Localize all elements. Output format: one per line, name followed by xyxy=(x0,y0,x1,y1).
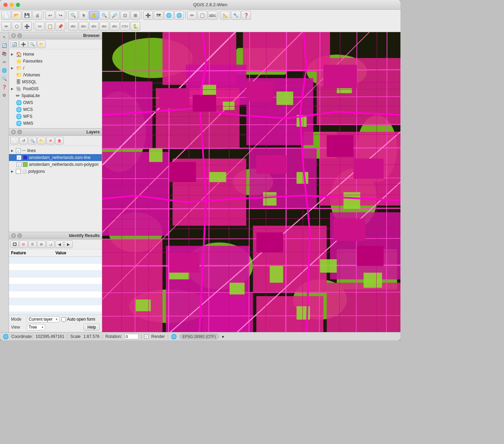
browser-item-postgis[interactable]: ▶ 🐘 PostGIS xyxy=(9,85,102,92)
layers-close-button[interactable]: ✕ xyxy=(11,130,16,134)
side-icon-query[interactable]: ❓ xyxy=(1,83,8,91)
browser-item-ows[interactable]: 🌐 OWS xyxy=(9,99,102,106)
print-button[interactable]: 🖨 xyxy=(32,11,42,20)
digitize-button[interactable]: ✏ xyxy=(1,22,11,31)
add-wfs-button[interactable]: 🌐 xyxy=(174,11,184,20)
side-icon-edit[interactable]: ✏ xyxy=(1,58,8,66)
redo-button[interactable]: ↪ xyxy=(56,11,65,20)
layers-toolbar: 📄 ↺ 🔍 📁 ✕ 🗑 xyxy=(9,136,102,146)
side-icon-refresh[interactable]: 🔄 xyxy=(1,42,8,49)
browser-item-root[interactable]: ▶ 📁 / xyxy=(9,65,102,72)
render-checkbox[interactable]: ✓ xyxy=(144,334,148,339)
layers-add-button[interactable]: 📄 xyxy=(10,137,19,144)
select-button[interactable]: 🖱 xyxy=(79,11,88,20)
browser-item-wfs[interactable]: 🌐 WFS xyxy=(9,113,102,120)
browser-collapse-button[interactable]: 📁 xyxy=(37,40,46,48)
browser-filter-button[interactable]: 🔍 xyxy=(28,40,37,48)
label-button[interactable]: abc xyxy=(208,11,217,20)
minimize-button[interactable] xyxy=(10,3,14,7)
help-button[interactable]: ❓ xyxy=(241,11,251,20)
layer-item-osm-polygon[interactable]: ✓ amsterdam_netherlands.osm-polygon xyxy=(9,161,102,168)
browser-item-wms[interactable]: 🌐 WMS xyxy=(9,120,102,127)
browser-item-wcs[interactable]: 🌐 WCS xyxy=(9,106,102,113)
polygons-group-checkbox[interactable] xyxy=(16,169,21,174)
maximize-button[interactable] xyxy=(16,3,20,7)
side-icon-globe[interactable]: 🌐 xyxy=(1,67,8,74)
auto-open-checkbox[interactable] xyxy=(61,317,66,322)
layers-close-all-button[interactable]: ✕ xyxy=(46,137,55,144)
identify-mode-select[interactable]: Current layer Top down All layers xyxy=(27,316,59,322)
edit-button[interactable]: ✏ xyxy=(187,11,197,20)
save-project-button[interactable]: 💾 xyxy=(22,11,32,20)
label-pin-button[interactable]: abc xyxy=(99,22,109,31)
open-project-button[interactable]: 📂 xyxy=(12,11,21,20)
zoom-layer-button[interactable]: ⊞ xyxy=(130,11,140,20)
add-vector-button[interactable]: ➕ xyxy=(143,11,153,20)
crs-badge[interactable]: EPSG:28992 (OTF) xyxy=(180,334,219,339)
side-icon-layers[interactable]: 📚 xyxy=(1,50,8,58)
identify-button[interactable]: 🔍 xyxy=(68,11,78,20)
browser-float-button[interactable]: ○ xyxy=(17,33,22,38)
label-move-button[interactable]: abc xyxy=(79,22,88,31)
browser-item-volumes[interactable]: 📁 /Volumes xyxy=(9,72,102,78)
identify-collapse-button[interactable]: ⊟ xyxy=(19,240,28,248)
zoom-in-button[interactable]: 🔍 xyxy=(99,11,109,20)
add-raster-button[interactable]: 🗺 xyxy=(154,11,163,20)
paste-button[interactable]: 📌 xyxy=(56,22,65,31)
identify-float-button[interactable]: ○ xyxy=(17,233,22,238)
add-feature-button[interactable]: ➕ xyxy=(22,22,32,31)
identify-next-button[interactable]: ▶ xyxy=(64,240,72,248)
identify-help-button[interactable]: Help xyxy=(84,324,100,331)
label-show-button[interactable]: abc xyxy=(110,22,119,31)
svg-rect-94 xyxy=(246,82,273,102)
label-rotate-button[interactable]: abc xyxy=(89,22,99,31)
add-wms-button[interactable]: 🌐 xyxy=(164,11,174,20)
identify-view-select[interactable]: Tree Table xyxy=(27,324,45,330)
layer-item-osm-line[interactable]: ✓ amsterdam_netherlands.osm-line xyxy=(9,154,102,161)
browser-item-mssql[interactable]: 🗄 MSSQL xyxy=(9,78,102,85)
browser-item-spatialite[interactable]: ✏ SpatiaLite xyxy=(9,92,102,99)
browser-refresh-button[interactable]: 🔄 xyxy=(10,40,19,48)
lines-group-checkbox[interactable]: ✓ xyxy=(16,148,21,153)
identify-expand-button[interactable]: 🔲 xyxy=(10,240,19,248)
layer-item-polygons-group[interactable]: ▶ ⬜ polygons xyxy=(9,168,102,175)
python-button[interactable]: 🐍 xyxy=(130,22,140,31)
layers-remove-button[interactable]: ↺ xyxy=(19,137,28,144)
identify-list-button[interactable]: ☰ xyxy=(28,240,37,248)
browser-item-home[interactable]: ▶ 🏠 Home xyxy=(9,51,102,58)
layer-item-lines-group[interactable]: ▶ ✓ 〰 lines xyxy=(9,147,102,154)
identify-table-button[interactable]: ⊞ xyxy=(37,240,46,248)
browser-close-button[interactable]: ✕ xyxy=(11,33,16,38)
copy-button[interactable]: 📋 xyxy=(45,22,55,31)
pan-button[interactable]: ✋ xyxy=(89,11,99,20)
layers-open-button[interactable]: 📁 xyxy=(37,137,46,144)
new-project-button[interactable]: 📄 xyxy=(1,11,11,20)
browser-item-favourites[interactable]: ⭐ Favourites xyxy=(9,58,102,65)
side-icon-pointer[interactable]: ↖ xyxy=(1,34,8,41)
side-icon-identify[interactable]: 🔍 xyxy=(1,75,8,83)
undo-button[interactable]: ↩ xyxy=(45,11,55,20)
identify-prev-button[interactable]: ◀ xyxy=(55,240,64,248)
map-area[interactable] xyxy=(102,32,400,332)
identify-close-button[interactable]: ✕ xyxy=(11,233,16,238)
browser-add-button[interactable]: ➕ xyxy=(19,40,28,48)
csv-button[interactable]: CSV xyxy=(120,22,130,31)
zoom-extent-button[interactable]: ⊡ xyxy=(120,11,130,20)
zoom-out-button[interactable]: 🔎 xyxy=(110,11,119,20)
cut-button[interactable]: ✂ xyxy=(35,22,45,31)
rotation-input[interactable] xyxy=(125,334,138,339)
measure-button[interactable]: 📐 xyxy=(221,11,230,20)
close-button[interactable] xyxy=(3,3,8,7)
osm-polygon-checkbox[interactable]: ✓ xyxy=(17,162,21,167)
tree-icon-favourites: ⭐ xyxy=(16,58,22,64)
node-tool-button[interactable]: ⬡ xyxy=(12,22,21,31)
layers-float-button[interactable]: ○ xyxy=(17,130,22,134)
side-icon-settings[interactable]: ⚙ xyxy=(1,92,8,99)
label-tool-button[interactable]: abc xyxy=(68,22,78,31)
identify-graph-button[interactable]: 📊 xyxy=(46,240,55,248)
attribute-table-button[interactable]: 📋 xyxy=(197,11,207,20)
layers-filter-button[interactable]: 🔍 xyxy=(28,137,37,144)
layers-delete-button[interactable]: 🗑 xyxy=(55,137,64,144)
plugins-button[interactable]: 🔧 xyxy=(231,11,241,20)
osm-line-checkbox[interactable]: ✓ xyxy=(17,155,21,160)
